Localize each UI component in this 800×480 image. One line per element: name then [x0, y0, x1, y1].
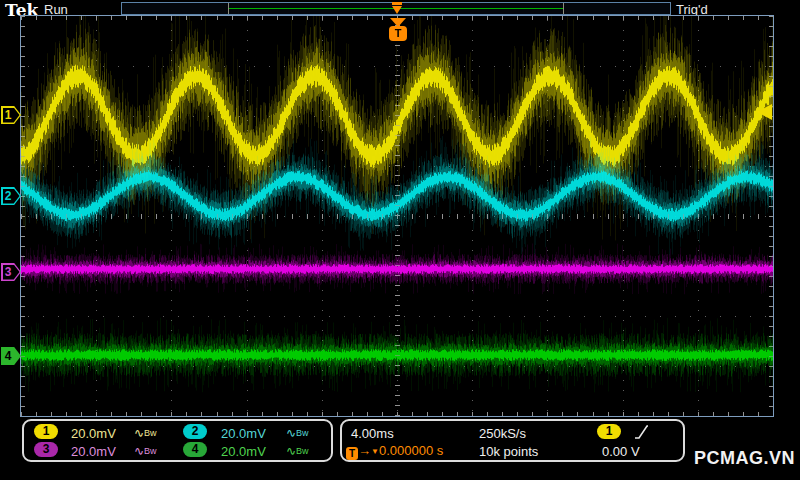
channel-2-position-marker: 2	[1, 187, 21, 205]
channel-3-badge: 3	[34, 442, 58, 457]
channel-4-badge: 4	[183, 442, 207, 457]
trigger-slope-rising-icon	[634, 424, 649, 444]
channel-2-scale: 20.0mV	[221, 426, 266, 441]
channel-3-scale: 20.0mV	[71, 444, 116, 459]
record-trigger-marker-bar	[392, 2, 402, 5]
trigger-arrow-icon: →	[358, 443, 371, 458]
channel-3-coupling-icon: ∿	[134, 444, 144, 458]
trigger-source-badge: 1	[597, 424, 621, 439]
trigger-position-t-icon: T	[389, 26, 407, 41]
channel-4-bandwidth-icon: Bw	[296, 446, 309, 456]
channel-3-position-marker: 3	[1, 263, 21, 281]
channel-3-bandwidth-icon: Bw	[144, 446, 157, 456]
channel-1-bandwidth-icon: Bw	[144, 428, 157, 438]
watermark: PCMAG.VN	[694, 448, 795, 469]
trigger-level-arrow-icon	[757, 104, 772, 120]
graticule	[20, 15, 774, 417]
channel-2-coupling-icon: ∿	[286, 426, 296, 440]
record-trigger-marker	[392, 2, 402, 16]
record-trigger-marker-arrow-icon	[392, 6, 402, 14]
sample-rate-readout: 250kS/s	[479, 426, 526, 441]
channel-4-scale: 20.0mV	[221, 444, 266, 459]
record-window-right-edge	[563, 3, 564, 14]
timebase-readout: 4.00ms	[351, 426, 394, 441]
waveform-display	[21, 16, 773, 416]
channel-1-position-marker: 1	[1, 106, 21, 124]
channel-1-badge: 1	[34, 424, 58, 439]
trigger-position-marker: T	[389, 18, 407, 43]
channel-1-coupling-icon: ∿	[134, 426, 144, 440]
trigger-level-readout: 0.00 V	[602, 444, 640, 459]
channel-2-badge: 2	[183, 424, 207, 439]
oscilloscope-screen: Tek Run Trig'd T 1 2 3 4 1 20.0mV ∿B	[0, 0, 800, 480]
trigger-delay-t-icon: T	[346, 447, 358, 460]
trigger-position-readout: 0.000000 s	[379, 443, 443, 458]
channel-1-scale: 20.0mV	[71, 426, 116, 441]
channel-2-bandwidth-icon: Bw	[296, 428, 309, 438]
trigger-delay-triangle-icon: ▼	[371, 447, 379, 456]
record-length-readout: 10k points	[479, 444, 538, 459]
channel-4-position-marker: 4	[1, 347, 21, 365]
channel-4-coupling-icon: ∿	[286, 444, 296, 458]
